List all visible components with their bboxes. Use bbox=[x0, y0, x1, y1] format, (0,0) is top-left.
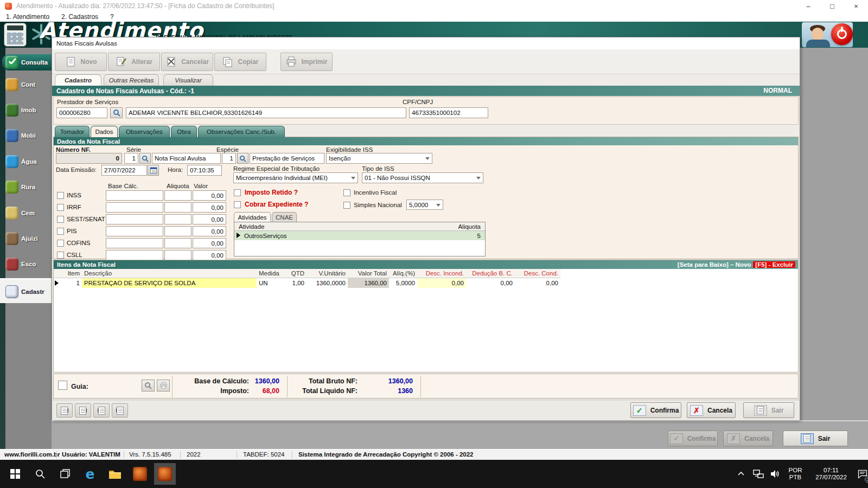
fiorilli-app-icon-active[interactable] bbox=[157, 466, 173, 481]
guia-search-button[interactable] bbox=[142, 380, 155, 391]
pis-base-input[interactable] bbox=[106, 226, 163, 236]
pis-aliquota-input[interactable] bbox=[164, 226, 192, 236]
tab-outras-receitas[interactable]: Outras Receitas bbox=[104, 74, 159, 86]
tab-observacoes[interactable]: Observações bbox=[119, 126, 170, 137]
nav-first-button[interactable] bbox=[56, 403, 73, 418]
sidebar-item-contribuintes[interactable]: Cont bbox=[5, 76, 52, 93]
inss-base-input[interactable] bbox=[106, 190, 163, 201]
clock[interactable]: 07:11 27/07/2022 bbox=[809, 467, 853, 481]
notification-center-button[interactable]: 2 bbox=[855, 466, 868, 481]
prestador-code-input[interactable]: 000006280 bbox=[56, 107, 107, 118]
tab-obra[interactable]: Obra bbox=[171, 126, 197, 137]
language-indicator[interactable]: POR PTB bbox=[786, 467, 805, 481]
sidebar-item-mobiliario[interactable]: Mobi bbox=[5, 127, 52, 144]
sidebar-item-agua[interactable]: Água bbox=[5, 153, 52, 170]
serie-input[interactable]: 1 bbox=[124, 153, 138, 164]
guia-print-button[interactable] bbox=[157, 380, 170, 391]
inss-aliquota-input[interactable] bbox=[164, 190, 192, 201]
especie-input[interactable]: 1 bbox=[222, 153, 236, 164]
sidebar-item-consulta[interactable]: Consulta bbox=[2, 54, 52, 70]
copiar-button[interactable]: Copiar bbox=[214, 53, 266, 71]
tab-observacoes-canc[interactable]: Observações Canc./Sub. bbox=[198, 126, 285, 137]
task-view-button[interactable] bbox=[58, 466, 73, 481]
sest-aliquota-input[interactable] bbox=[164, 214, 192, 224]
serie-search-button[interactable] bbox=[139, 153, 151, 164]
exigibilidade-select[interactable]: Isenção bbox=[326, 153, 432, 164]
calendar-button[interactable] bbox=[148, 165, 159, 176]
cpf-cnpj-input[interactable]: 46733351000102 bbox=[409, 107, 488, 118]
outer-sair-button[interactable]: Sair bbox=[783, 431, 848, 446]
inss-valor-input[interactable]: 0,00 bbox=[193, 190, 226, 201]
edge-browser-icon[interactable]: e bbox=[82, 466, 98, 481]
start-button[interactable] bbox=[8, 466, 23, 481]
sest-base-input[interactable] bbox=[106, 214, 163, 224]
especie-desc-input[interactable]: Prestação de Serviços bbox=[250, 153, 324, 164]
pis-checkbox[interactable] bbox=[57, 228, 64, 235]
irrf-aliquota-input[interactable] bbox=[164, 202, 192, 213]
irrf-checkbox[interactable] bbox=[57, 204, 64, 211]
taskbar-chevron-up-icon[interactable] bbox=[733, 466, 749, 481]
alterar-button[interactable]: Alterar bbox=[108, 53, 160, 71]
sidebar-item-imobiliario[interactable]: Imob bbox=[5, 102, 52, 118]
sidebar-item-ajuizamento[interactable]: Ajuizi bbox=[5, 230, 52, 247]
cancelar-button[interactable]: Cancelar bbox=[161, 53, 213, 71]
maximize-icon[interactable]: □ bbox=[820, 0, 844, 12]
fiorilli-app-icon[interactable] bbox=[132, 466, 148, 481]
menu-cadastros[interactable]: 2. Cadastros bbox=[55, 13, 104, 21]
close-icon[interactable]: × bbox=[844, 0, 868, 12]
menu-help[interactable]: ? bbox=[104, 13, 120, 21]
csll-base-input[interactable] bbox=[106, 250, 163, 260]
tab-cnae[interactable]: CNAE bbox=[272, 212, 297, 222]
sest-senat-checkbox[interactable] bbox=[57, 216, 64, 223]
nav-previous-button[interactable] bbox=[75, 403, 91, 418]
serie-desc-input[interactable]: Nota Fiscal Avulsa bbox=[152, 153, 221, 164]
simples-aliquota-select[interactable]: 5,0000 bbox=[406, 200, 443, 210]
network-icon[interactable] bbox=[751, 466, 766, 481]
sidebar-item-escola[interactable]: Esco bbox=[5, 256, 52, 272]
numero-nf-input[interactable]: 0 bbox=[56, 153, 122, 164]
csll-checkbox[interactable] bbox=[57, 252, 64, 259]
sest-valor-input[interactable]: 0,00 bbox=[193, 214, 226, 224]
especie-search-button[interactable] bbox=[237, 153, 248, 164]
item-row[interactable]: 1 PRESTAÇAO DE SERVIÇO DE SOLDA UN 1,00 … bbox=[54, 278, 560, 288]
sidebar-item-rural[interactable]: Rura bbox=[5, 179, 52, 195]
volume-icon[interactable] bbox=[767, 466, 782, 481]
sair-button[interactable]: Sair bbox=[743, 402, 794, 418]
tab-tomador[interactable]: Tomador bbox=[55, 126, 90, 137]
cofins-aliquota-input[interactable] bbox=[164, 238, 192, 248]
sidebar-item-cadastro[interactable]: Cadastr bbox=[5, 284, 52, 300]
nav-next-button[interactable] bbox=[93, 403, 110, 418]
taskbar-search-button[interactable] bbox=[33, 466, 48, 481]
confirma-button[interactable]: ✓ Confirma bbox=[630, 402, 681, 418]
inss-checkbox[interactable] bbox=[57, 192, 64, 199]
tab-atividades[interactable]: Atividades bbox=[234, 212, 271, 222]
outer-confirma-button[interactable]: ✓ Confirma bbox=[668, 431, 718, 446]
guia-checkbox[interactable] bbox=[58, 381, 67, 390]
regime-select[interactable]: Microempresário Individual (MEI) bbox=[233, 172, 358, 183]
novo-button[interactable]: Novo bbox=[55, 53, 107, 71]
power-icon[interactable] bbox=[831, 23, 853, 45]
hora-input[interactable]: 07:10:35 bbox=[187, 165, 222, 176]
outer-cancela-button[interactable]: ✗ Cancela bbox=[723, 431, 773, 446]
minimize-icon[interactable]: – bbox=[796, 0, 820, 12]
simples-nacional-checkbox[interactable] bbox=[343, 202, 350, 209]
prestador-search-button[interactable] bbox=[110, 107, 123, 118]
tipo-iss-select[interactable]: 01 - Não Possui ISSQN bbox=[362, 172, 483, 183]
data-emissao-input[interactable]: 27/07/2022 bbox=[101, 165, 147, 176]
csll-valor-input[interactable]: 0,00 bbox=[193, 250, 226, 260]
prestador-name-input[interactable]: ADEMAR VICENNTE BELCHIOR,93301626149 bbox=[126, 107, 406, 118]
atividade-row[interactable]: OutrosServiços 5 bbox=[234, 231, 485, 240]
cancela-button[interactable]: ✗ Cancela bbox=[687, 402, 736, 418]
irrf-base-input[interactable] bbox=[106, 202, 163, 213]
cobrar-expediente-checkbox[interactable] bbox=[234, 201, 241, 208]
cofins-base-input[interactable] bbox=[106, 238, 163, 248]
menu-atendimento[interactable]: 1. Atendimento bbox=[0, 13, 55, 21]
pis-valor-input[interactable]: 0,00 bbox=[193, 226, 226, 236]
imprimir-button[interactable]: Imprimir bbox=[280, 53, 333, 71]
nav-last-button[interactable] bbox=[112, 403, 128, 418]
irrf-valor-input[interactable]: 0,00 bbox=[193, 202, 226, 213]
imposto-retido-checkbox[interactable] bbox=[234, 189, 241, 196]
tab-visualizar[interactable]: Visualizar bbox=[163, 74, 213, 86]
incentivo-fiscal-checkbox[interactable] bbox=[343, 189, 350, 196]
tab-dados[interactable]: Dados bbox=[91, 126, 118, 137]
